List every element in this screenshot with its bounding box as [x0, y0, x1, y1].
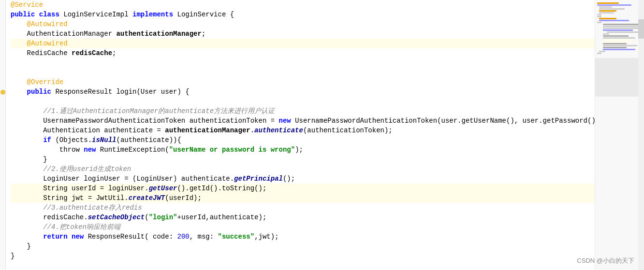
code-line: redisCache.setCacheObject("login"+userId… [11, 213, 595, 222]
editor-gutter [0, 0, 6, 270]
code-line: } [11, 251, 595, 261]
code-line: //4.把token响应给前端 [11, 222, 595, 232]
code-line: return new ResponseResult( code: 200, ms… [11, 232, 595, 242]
code-line: Authentication authenticate = authentica… [11, 126, 595, 135]
code-line: if (Objects.isNull(authenticate)){ [11, 135, 595, 145]
code-area[interactable]: @Servicepublic class LoginServiceImpl im… [6, 0, 595, 270]
code-line: //2.使用userid生成token [11, 164, 595, 174]
code-line: RedisCache redisCache; [11, 48, 595, 58]
code-line: @Autowired [11, 19, 595, 29]
breakpoint-icon [0, 90, 5, 95]
code-editor: @Servicepublic class LoginServiceImpl im… [0, 0, 644, 270]
watermark: CSDN @小白的天下 [577, 256, 634, 265]
code-line [11, 58, 595, 68]
code-line: throw new RuntimeException("userName or … [11, 145, 595, 155]
code-line: @Override [11, 77, 595, 87]
code-line: String jwt = JwtUtil.createJWT(userId); [11, 193, 595, 203]
code-line: @Autowired [11, 39, 595, 48]
code-line: public class LoginServiceImpl implements… [11, 10, 595, 19]
code-line: UsernamePasswordAuthenticationToken auth… [11, 116, 595, 126]
code-line: @Service [11, 0, 595, 10]
code-line: } [11, 242, 595, 251]
code-line: //1.通过AuthenticationManager的authenticate… [11, 106, 595, 116]
code-line: LoginUser loginUser = (LoginUser) authen… [11, 174, 595, 184]
code-line: AuthenticationManager authenticationMana… [11, 29, 595, 39]
code-line: String userId = loginUser.getUser().getI… [11, 184, 595, 193]
vertical-scrollbar[interactable] [638, 0, 644, 270]
minimap-viewport [595, 58, 638, 97]
minimap [595, 0, 638, 270]
code-line: //3.authenticate存入redis [11, 203, 595, 213]
code-line [11, 97, 595, 106]
code-line [11, 68, 595, 77]
code-line: public ResponseResult login(User user) { [11, 87, 595, 97]
scrollbar-thumb[interactable] [638, 19, 644, 39]
code-line: } [11, 155, 595, 164]
